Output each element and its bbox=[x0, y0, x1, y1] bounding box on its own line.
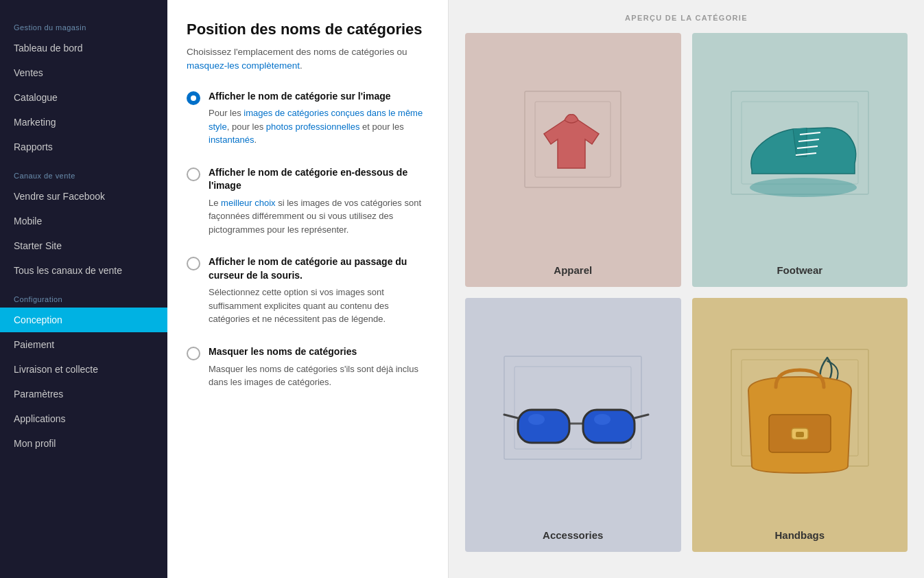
sidebar-item-mobile[interactable]: Mobile bbox=[0, 209, 167, 233]
sidebar-section-sales: Canaux de vente bbox=[0, 159, 167, 184]
radio-hide[interactable] bbox=[187, 347, 200, 360]
sidebar-item-applications[interactable]: Applications bbox=[0, 406, 167, 431]
option-hide-title: Masquer les noms de catégories bbox=[209, 345, 429, 359]
sidebar-section-store: Gestion du magasin bbox=[0, 11, 167, 36]
link-snapshots[interactable]: instantanés bbox=[209, 135, 254, 145]
option-on-hover-content: Afficher le nom de catégorie au passage … bbox=[209, 255, 429, 326]
svg-rect-13 bbox=[583, 410, 635, 443]
sidebar-item-marketing[interactable]: Marketing bbox=[0, 110, 167, 135]
sidebar-item-livraison[interactable]: Livraison et collecte bbox=[0, 357, 167, 382]
handbags-illustration bbox=[692, 298, 908, 524]
category-card-apparel: Apparel bbox=[465, 33, 681, 287]
sidebar-item-conception[interactable]: Conception bbox=[0, 308, 167, 332]
svg-rect-22 bbox=[796, 432, 804, 437]
category-card-footwear: Footwear bbox=[692, 33, 908, 287]
radio-on-hover[interactable] bbox=[187, 257, 200, 270]
option-on-image-content: Afficher le nom de catégorie sur l'image… bbox=[209, 90, 429, 147]
option-on-hover: Afficher le nom de catégorie au passage … bbox=[187, 255, 429, 326]
svg-point-16 bbox=[528, 414, 545, 425]
sidebar-item-facebook[interactable]: Vendre sur Facebook bbox=[0, 184, 167, 209]
option-hide-content: Masquer les noms de catégories Masquer l… bbox=[209, 345, 429, 389]
subtitle-link-hide[interactable]: masquez-les complètement bbox=[187, 60, 300, 71]
option-on-hover-title: Afficher le nom de catégorie au passage … bbox=[209, 255, 429, 282]
link-best-choice[interactable]: meilleur choix bbox=[221, 198, 275, 208]
option-below-image-desc: Le meilleur choix si les images de vos c… bbox=[209, 196, 429, 237]
option-on-image-title: Afficher le nom de catégorie sur l'image bbox=[209, 90, 429, 104]
option-below-image: Afficher le nom de catégorie en-dessous … bbox=[187, 166, 429, 237]
svg-line-14 bbox=[504, 415, 518, 418]
footwear-illustration bbox=[692, 33, 908, 259]
preview-label: APERÇU DE LA CATÉGORIE bbox=[465, 14, 908, 22]
option-on-hover-desc: Sélectionnez cette option si vos images … bbox=[209, 286, 429, 326]
option-on-image: Afficher le nom de catégorie sur l'image… bbox=[187, 90, 429, 147]
category-name-accessories: Accessories bbox=[543, 529, 603, 541]
sidebar-item-all-channels[interactable]: Tous les canaux de vente bbox=[0, 258, 167, 283]
option-on-image-desc: Pour les images de catégories conçues da… bbox=[209, 106, 429, 147]
sidebar: Gestion du magasin Tableau de bord Vente… bbox=[0, 0, 167, 578]
option-below-image-content: Afficher le nom de catégorie en-dessous … bbox=[209, 166, 429, 237]
option-hide-desc: Masquer les noms de catégories s'ils son… bbox=[209, 362, 429, 389]
option-hide: Masquer les noms de catégories Masquer l… bbox=[187, 345, 429, 389]
category-card-accessories: Accessories bbox=[465, 298, 681, 552]
sidebar-item-starter[interactable]: Starter Site bbox=[0, 233, 167, 258]
category-name-footwear: Footwear bbox=[777, 264, 822, 276]
svg-point-4 bbox=[750, 178, 857, 197]
option-below-image-title: Afficher le nom de catégorie en-dessous … bbox=[209, 166, 429, 193]
apparel-illustration bbox=[465, 33, 681, 259]
svg-point-17 bbox=[594, 414, 611, 425]
sidebar-item-parametres[interactable]: Paramètres bbox=[0, 382, 167, 406]
sidebar-section-config: Configuration bbox=[0, 283, 167, 308]
settings-panel: Position des noms de catégories Choisiss… bbox=[167, 0, 449, 578]
panel-title: Position des noms de catégories bbox=[187, 21, 429, 38]
sidebar-item-profil[interactable]: Mon profil bbox=[0, 431, 167, 456]
sidebar-item-catalogue[interactable]: Catalogue bbox=[0, 85, 167, 110]
radio-below-image[interactable] bbox=[187, 167, 200, 181]
svg-rect-12 bbox=[518, 410, 569, 443]
category-name-handbags: Handbags bbox=[774, 529, 825, 541]
category-card-handbags: Handbags bbox=[692, 298, 908, 552]
preview-area: APERÇU DE LA CATÉGORIE bbox=[449, 0, 924, 578]
category-name-apparel: Apparel bbox=[554, 264, 592, 276]
radio-on-image[interactable] bbox=[187, 91, 200, 105]
accessories-illustration bbox=[465, 298, 681, 524]
sidebar-item-ventes[interactable]: Ventes bbox=[0, 60, 167, 85]
panel-subtitle: Choisissez l'emplacement des noms de cat… bbox=[187, 45, 429, 73]
sidebar-item-dashboard[interactable]: Tableau de bord bbox=[0, 36, 167, 60]
link-professional-photos[interactable]: photos professionnelles bbox=[266, 122, 360, 132]
main-content: Position des noms de catégories Choisiss… bbox=[167, 0, 924, 578]
category-grid: Apparel bbox=[465, 33, 908, 552]
sidebar-item-rapports[interactable]: Rapports bbox=[0, 135, 167, 159]
sidebar-item-paiement[interactable]: Paiement bbox=[0, 332, 167, 357]
